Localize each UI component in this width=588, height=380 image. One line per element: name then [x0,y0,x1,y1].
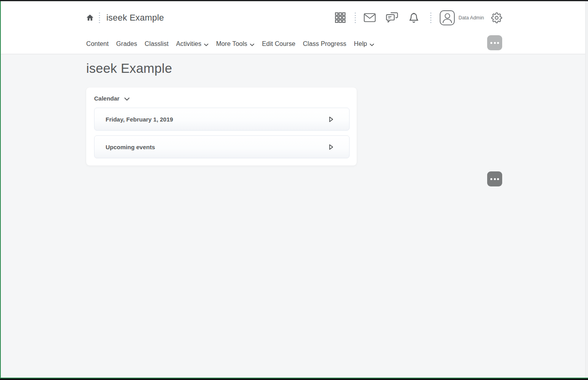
calendar-widget-header[interactable]: Calendar [94,94,130,103]
caret-right-icon [329,144,333,150]
upcoming-events-label: Upcoming events [106,144,155,150]
alerts-button[interactable] [408,12,419,23]
chevron-down-icon [124,95,130,102]
home-button[interactable] [86,14,94,21]
dotted-divider [430,12,431,24]
apps-button[interactable] [335,12,346,23]
nav-item-more-tools[interactable]: More Tools [216,38,254,49]
nav-item-content[interactable]: Content [86,39,109,49]
minibar-left-group: iseek Example [86,12,164,24]
floating-overflow-button[interactable] [487,171,502,186]
upcoming-events-row[interactable]: Upcoming events [94,135,350,158]
dotted-divider [355,12,356,24]
chat-button[interactable] [386,12,398,23]
user-avatar-button[interactable] [440,10,455,25]
nav-item-activities[interactable]: Activities [176,38,208,49]
settings-button[interactable] [491,12,502,23]
nav-item-help[interactable]: Help [354,38,374,49]
minibar: iseek Example [1,1,588,34]
mail-button[interactable] [364,13,376,22]
nav-item-grades[interactable]: Grades [116,39,137,49]
mail-icon [364,13,376,22]
nav-item-class-progress[interactable]: Class Progress [303,39,346,49]
course-title[interactable]: iseek Example [106,13,164,23]
calendar-date-row[interactable]: Friday, February 1, 2019 [94,108,350,131]
chevron-down-icon [250,41,254,48]
nav-item-classlist[interactable]: Classlist [145,39,168,49]
chevron-down-icon [370,41,374,48]
calendar-widget-title: Calendar [94,95,119,102]
calendar-widget: Calendar Friday, February 1, 2019 Upcomi… [86,87,357,165]
caret-right-icon [329,116,333,122]
home-icon [86,14,94,21]
ellipsis-icon [490,42,492,44]
chat-icon [386,12,398,23]
page-title: iseek Example [86,60,588,77]
avatar-person-icon [441,11,454,24]
apps-grid-icon [335,12,346,23]
ellipsis-icon [490,178,492,180]
calendar-date-label: Friday, February 1, 2019 [106,116,173,123]
dotted-divider [99,12,100,24]
navbar-overflow-button[interactable] [487,35,502,50]
user-name-label: Data Admin [458,15,484,21]
window-right-edge [585,1,588,378]
minibar-right-group: Data Admin [335,10,502,25]
gear-icon [491,12,502,23]
nav-item-edit-course[interactable]: Edit Course [262,39,295,49]
bell-icon [408,12,419,23]
chevron-down-icon [204,41,208,48]
main-content: iseek Example Calendar Friday, February … [1,54,588,378]
page: iseek Example [0,1,588,378]
window-bottom-strip [0,378,588,380]
